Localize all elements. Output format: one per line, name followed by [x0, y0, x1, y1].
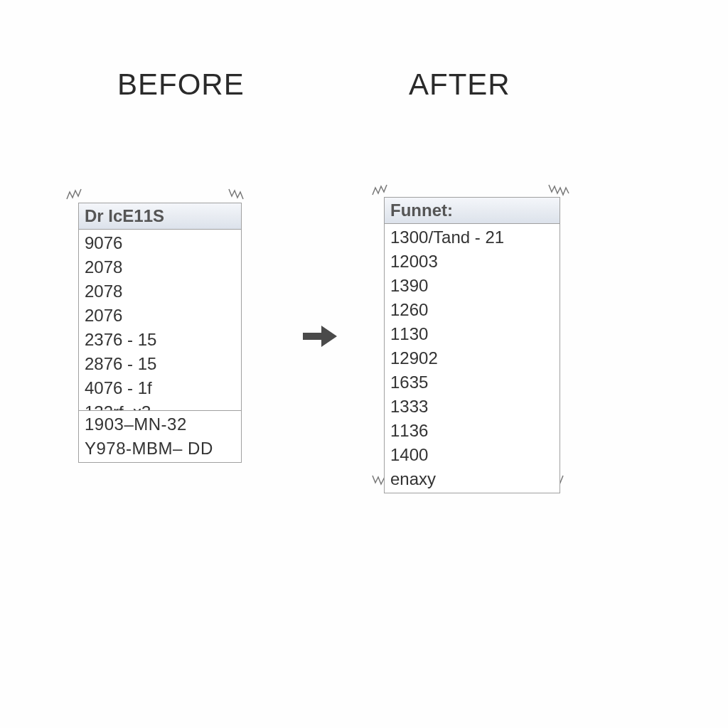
list-item: 1136 [385, 419, 560, 443]
after-panel-header: Funnet: [385, 198, 560, 224]
list-item: 1260 [385, 298, 560, 322]
list-item: 1300/Tand - 21 [385, 225, 560, 250]
sparkle-icon [228, 183, 252, 202]
list-item: 9076 [79, 231, 241, 255]
list-item: 12902 [385, 346, 560, 370]
arrow-right-icon [300, 318, 340, 354]
list-item: 1333 [385, 395, 560, 419]
before-panel-header: Dr IcE11S [79, 203, 241, 230]
sparkle-icon [547, 179, 579, 198]
heading-after: AFTER [409, 68, 510, 102]
list-item: Y978-MBM– DD [79, 437, 241, 461]
after-panel-body: 1300/Tand - 21 12003 1390 1260 1130 1290… [385, 224, 560, 493]
before-panel-bottom: 1903–MN-32 Y978-MBM– DD [78, 410, 242, 463]
list-item: 1390 [385, 274, 560, 298]
list-item: 2076 [79, 304, 241, 328]
list-item: 4076 - 1f [79, 376, 241, 400]
list-item: 1130 [385, 322, 560, 346]
after-panel: Funnet: 1300/Tand - 21 12003 1390 1260 1… [384, 197, 560, 493]
list-item: 1635 [385, 370, 560, 395]
list-item: 2876 - 15 [79, 352, 241, 376]
sparkle-icon [65, 183, 90, 202]
list-item: 2376 - 15 [79, 328, 241, 352]
list-item: 1400 [385, 443, 560, 467]
list-item: 2078 [79, 279, 241, 304]
list-item: enaxy [385, 467, 560, 491]
list-item: 1903–MN-32 [79, 412, 241, 437]
before-panel-bottom-body: 1903–MN-32 Y978-MBM– DD [79, 411, 241, 462]
before-panel-body: 9076 2078 2078 2076 2376 - 15 2876 - 15 … [79, 230, 241, 426]
list-item: 12003 [385, 250, 560, 274]
sparkle-icon [371, 179, 395, 198]
before-panel: Dr IcE11S 9076 2078 2078 2076 2376 - 15 … [78, 203, 242, 427]
list-item: 2078 [79, 255, 241, 279]
heading-before: BEFORE [117, 68, 245, 102]
